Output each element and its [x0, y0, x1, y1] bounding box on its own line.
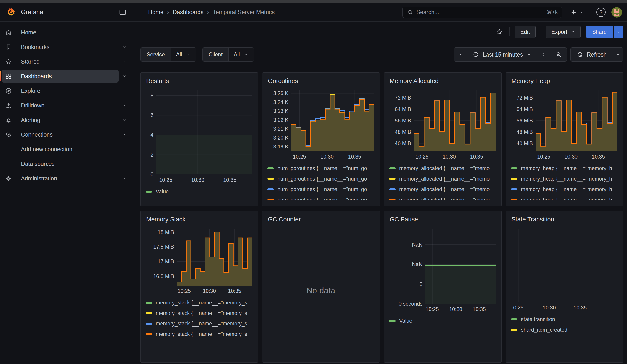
- edit-button[interactable]: Edit: [515, 26, 535, 38]
- chevron-up-icon[interactable]: [119, 128, 130, 141]
- chevron-down-icon[interactable]: [119, 172, 130, 185]
- svg-text:48 MiB: 48 MiB: [395, 129, 411, 135]
- svg-text:10:25: 10:25: [178, 288, 191, 294]
- sidebar-item-bookmarks[interactable]: Bookmarks: [2, 41, 119, 53]
- legend-item[interactable]: Value: [389, 317, 496, 324]
- zoom-out-button[interactable]: [550, 48, 567, 62]
- share-dropdown-button[interactable]: [614, 26, 623, 38]
- legend-series-color: [389, 188, 396, 190]
- legend-item[interactable]: memory_allocated {__name__="memo: [389, 196, 496, 201]
- panel-title[interactable]: State Transition: [511, 216, 618, 223]
- chevron-down-icon[interactable]: [119, 70, 130, 83]
- sidebar-item-alerting[interactable]: Alerting: [2, 113, 119, 126]
- panel-title[interactable]: Restarts: [146, 78, 253, 85]
- panel-left-icon[interactable]: [118, 8, 127, 17]
- legend-item[interactable]: memory_heap {__name__="memory_h: [511, 165, 618, 172]
- user-avatar[interactable]: [612, 7, 622, 18]
- sidebar-item-add-new-connection[interactable]: Add new connection: [2, 143, 130, 156]
- chevron-down-icon[interactable]: [119, 113, 130, 126]
- sidebar-item-drilldown[interactable]: Drilldown: [2, 99, 119, 112]
- legend: memory_stack {__name__="memory_smemory_s…: [146, 299, 253, 341]
- svg-text:3.25 K: 3.25 K: [273, 90, 289, 96]
- topbar-divider: [591, 8, 591, 17]
- chevron-down-icon[interactable]: [119, 55, 130, 68]
- legend-item[interactable]: num_goroutines {__name__="num_go: [267, 165, 375, 172]
- variable-client-picker[interactable]: All: [229, 48, 254, 61]
- sidebar-row-add-new-connection: Add new connection: [2, 143, 130, 156]
- legend-series-label: memory_allocated {__name__="memo: [399, 186, 489, 193]
- sidebar-item-administration[interactable]: Administration: [2, 172, 119, 185]
- search-placeholder: Search...: [416, 9, 439, 15]
- time-forward-button[interactable]: [537, 48, 550, 62]
- legend-series-color: [267, 178, 274, 180]
- legend-item[interactable]: memory_heap {__name__="memory_h: [511, 186, 618, 193]
- legend-series-label: memory_allocated {__name__="memo: [399, 176, 489, 182]
- breadcrumb-dashboards[interactable]: Dashboards: [173, 9, 204, 15]
- legend-series-color: [511, 178, 517, 180]
- panel-title[interactable]: GC Counter: [268, 216, 375, 223]
- legend-item[interactable]: memory_stack {__name__="memory_s: [146, 310, 253, 316]
- new-button[interactable]: [566, 9, 588, 16]
- legend: num_goroutines {__name__="num_gonum_goro…: [267, 165, 375, 201]
- legend-series-label: Value: [156, 189, 169, 195]
- chevron-down-icon[interactable]: [119, 99, 130, 112]
- svg-text:16.5 MiB: 16.5 MiB: [153, 273, 174, 279]
- sidebar-item-label: Administration: [21, 175, 57, 182]
- legend: Value: [146, 188, 253, 199]
- sidebar-item-label: Add new connection: [21, 146, 72, 153]
- time-range-picker[interactable]: Last 15 minutes: [467, 48, 537, 62]
- sidebar-item-dashboards[interactable]: Dashboards: [2, 70, 119, 83]
- chart-memory-allocated: 10:2510:3010:3572 MiB64 MiB56 MiB48 MiB4…: [389, 88, 496, 161]
- sidebar-row-home: Home: [2, 26, 130, 39]
- chart-state-transition: 0:2510:3010:35: [511, 227, 618, 312]
- svg-text:10:35: 10:35: [473, 306, 486, 312]
- sidebar-item-label: Dashboards: [21, 73, 52, 80]
- panel-title[interactable]: Memory Allocated: [390, 78, 496, 85]
- legend-item[interactable]: memory_allocated {__name__="memo: [389, 165, 496, 172]
- legend-item[interactable]: memory_stack {__name__="memory_s: [146, 331, 253, 338]
- share-button[interactable]: Share: [586, 26, 613, 38]
- sidebar-row-starred: Starred: [2, 55, 130, 68]
- legend-item[interactable]: shard_item_created: [511, 326, 618, 333]
- svg-text:48 MiB: 48 MiB: [517, 129, 533, 135]
- sidebar-item-connections[interactable]: Connections: [2, 128, 119, 141]
- panel-gc-counter: GC CounterNo data: [262, 211, 380, 363]
- legend-item[interactable]: memory_allocated {__name__="memo: [389, 175, 496, 182]
- legend-item[interactable]: memory_heap {__name__="memory_h: [511, 175, 618, 182]
- panel-title[interactable]: Memory Stack: [146, 216, 253, 223]
- variable-service-picker[interactable]: All: [171, 48, 196, 61]
- legend-item[interactable]: memory_heap {__name__="memory_h: [511, 196, 618, 201]
- sidebar-row-data-sources: Data sources: [2, 157, 130, 170]
- sidebar-item-data-sources[interactable]: Data sources: [2, 157, 130, 170]
- svg-text:10:30: 10:30: [191, 177, 205, 183]
- refresh-button[interactable]: Refresh: [571, 48, 613, 62]
- legend-item[interactable]: num_goroutines {__name__="num_go: [267, 186, 375, 193]
- breadcrumb-home[interactable]: Home: [148, 9, 163, 15]
- legend-item[interactable]: Value: [146, 188, 253, 195]
- search-input[interactable]: Search... ⌘+k: [402, 7, 562, 18]
- sidebar-item-home[interactable]: Home: [2, 26, 130, 39]
- refresh-interval-dropdown[interactable]: [613, 48, 623, 62]
- panel-title[interactable]: GC Pause: [390, 216, 496, 223]
- time-back-button[interactable]: [454, 48, 467, 62]
- sidebar-item-explore[interactable]: Explore: [2, 84, 130, 97]
- sidebar-item-starred[interactable]: Starred: [2, 55, 119, 68]
- legend: Value: [389, 317, 496, 328]
- legend-item[interactable]: memory_stack {__name__="memory_s: [146, 299, 253, 306]
- refresh-controls: Refresh: [571, 48, 623, 62]
- panel-title[interactable]: Memory Heap: [511, 78, 618, 85]
- legend-item[interactable]: memory_allocated {__name__="memo: [389, 186, 496, 193]
- export-button[interactable]: Export: [546, 26, 581, 38]
- favorite-star-button[interactable]: [494, 27, 504, 37]
- legend-item[interactable]: state transition: [511, 316, 618, 323]
- panel-memory-allocated: Memory Allocated10:2510:3010:3572 MiB64 …: [384, 72, 502, 207]
- legend-item[interactable]: num_goroutines {__name__="num_go: [267, 196, 375, 201]
- legend-item[interactable]: memory_stack {__name__="memory_s: [146, 320, 253, 327]
- chevron-down-icon[interactable]: [119, 41, 130, 53]
- time-controls: Last 15 minutes: [454, 48, 567, 62]
- panel-title[interactable]: Goroutines: [268, 78, 375, 85]
- help-button[interactable]: ?: [596, 8, 606, 17]
- svg-text:40 MiB: 40 MiB: [395, 141, 411, 146]
- legend-item[interactable]: num_goroutines {__name__="num_go: [267, 175, 375, 182]
- sidebar-item-label: Connections: [21, 131, 53, 138]
